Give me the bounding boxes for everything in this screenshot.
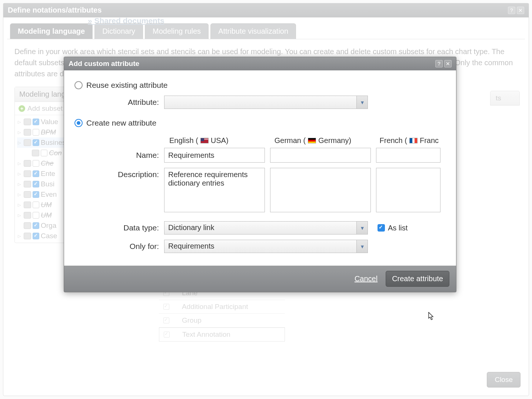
onlyfor-dropdown[interactable]: Requirements ▾: [164, 240, 368, 253]
chevron-down-icon[interactable]: ▾: [356, 240, 368, 253]
cancel-button[interactable]: Cancel: [355, 275, 378, 283]
create-new-radio-row[interactable]: Create new attribute: [74, 119, 446, 127]
name-input-en[interactable]: [164, 148, 265, 163]
reuse-existing-radio-row[interactable]: Reuse existing attribute: [74, 81, 446, 90]
lang-header-de: German ( Germany): [275, 136, 375, 145]
radio-off-icon[interactable]: [74, 81, 83, 89]
radio-on-icon[interactable]: [74, 119, 83, 127]
help-icon[interactable]: ?: [435, 60, 443, 67]
description-input-de[interactable]: [270, 168, 371, 212]
as-list-checkbox[interactable]: [378, 224, 385, 232]
reuse-existing-label: Reuse existing attribute: [86, 81, 167, 90]
attribute-dropdown[interactable]: ▾: [164, 96, 368, 109]
chevron-down-icon[interactable]: ▾: [356, 222, 368, 234]
chevron-down-icon[interactable]: ▾: [356, 96, 368, 109]
flag-germany-icon: [308, 138, 316, 143]
modal-body: Reuse existing attribute Attribute: ▾ Cr…: [64, 70, 456, 266]
onlyfor-value: Requirements: [164, 240, 356, 253]
modal-footer: Cancel Create attribute: [64, 266, 456, 292]
as-list-label: As list: [388, 224, 408, 232]
lang-header-en: English ( USA): [169, 136, 269, 145]
datatype-dropdown[interactable]: Dictionary link ▾: [164, 221, 368, 235]
attribute-label: Attribute:: [74, 98, 164, 107]
add-custom-attribute-modal: Add custom attribute ? ✕ Reuse existing …: [64, 57, 456, 292]
create-new-label: Create new attribute: [86, 119, 156, 127]
datatype-label: Data type:: [74, 223, 164, 232]
lang-header-fr: French ( Franc: [380, 136, 446, 145]
attribute-dropdown-value: [164, 96, 356, 109]
description-input-fr[interactable]: [376, 168, 440, 212]
flag-france-icon: [409, 138, 418, 143]
modal-header: Add custom attribute ? ✕: [64, 57, 456, 70]
create-attribute-button[interactable]: Create attribute: [386, 271, 449, 287]
close-icon[interactable]: ✕: [444, 60, 452, 67]
description-label: Description:: [74, 168, 164, 179]
name-label: Name:: [74, 151, 164, 160]
name-input-de[interactable]: [270, 148, 371, 163]
flag-usa-icon: [200, 138, 209, 143]
onlyfor-label: Only for:: [74, 242, 164, 251]
language-headers: English ( USA) German ( Germany) French …: [169, 136, 446, 145]
modal-title: Add custom attribute: [69, 60, 139, 68]
name-input-fr[interactable]: [376, 148, 440, 163]
description-input-en[interactable]: Reference requirements dictionary entrie…: [164, 168, 265, 212]
datatype-value: Dictionary link: [164, 222, 356, 234]
